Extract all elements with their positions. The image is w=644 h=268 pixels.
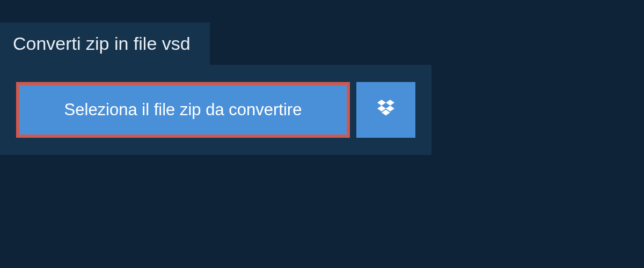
- select-file-label: Seleziona il file zip da convertire: [64, 100, 302, 120]
- dropbox-button[interactable]: [356, 82, 415, 138]
- convert-panel: Seleziona il file zip da convertire: [0, 65, 431, 155]
- tab-title: Converti zip in file vsd: [13, 33, 191, 54]
- button-row: Seleziona il file zip da convertire: [16, 82, 415, 138]
- tab-convert-zip-vsd[interactable]: Converti zip in file vsd: [0, 23, 210, 65]
- tab-bar: Converti zip in file vsd: [0, 0, 644, 65]
- dropbox-icon: [375, 98, 397, 122]
- select-file-button[interactable]: Seleziona il file zip da convertire: [16, 82, 350, 138]
